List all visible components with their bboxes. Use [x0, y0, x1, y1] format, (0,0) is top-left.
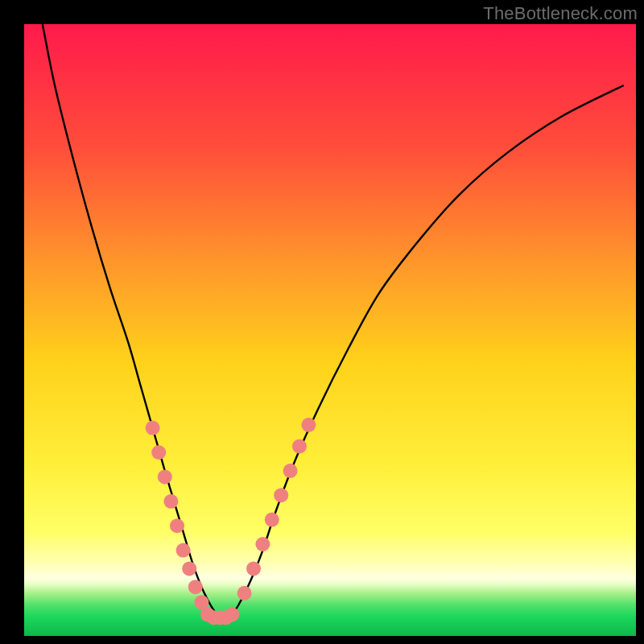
curve-layer	[24, 24, 636, 636]
highlight-dot	[176, 543, 191, 558]
highlight-dot	[158, 469, 172, 484]
highlight-dots	[146, 418, 316, 625]
watermark-label: TheBottleneck.com	[483, 3, 638, 24]
highlight-dot	[283, 464, 298, 478]
highlight-dot	[274, 488, 288, 502]
bottleneck-curve	[43, 24, 624, 619]
highlight-dot	[265, 513, 279, 527]
plot-area	[24, 24, 636, 636]
highlight-dot	[225, 607, 239, 621]
highlight-dot	[237, 586, 252, 601]
highlight-dot	[292, 439, 307, 453]
highlight-dot	[246, 561, 261, 576]
highlight-dot	[170, 518, 184, 533]
highlight-dot	[301, 418, 316, 432]
highlight-dot	[188, 580, 203, 594]
highlight-dot	[163, 494, 178, 509]
highlight-dot	[182, 561, 196, 576]
highlight-dot	[255, 537, 270, 551]
chart-frame: TheBottleneck.com	[0, 0, 644, 644]
highlight-dot	[146, 421, 160, 436]
highlight-dot	[151, 445, 166, 460]
